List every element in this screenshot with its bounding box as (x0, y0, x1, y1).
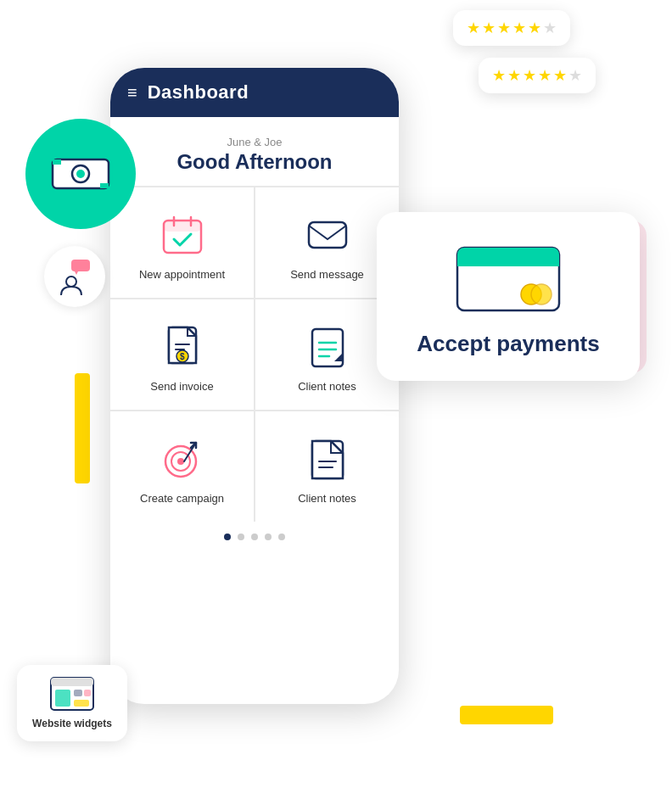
star-5: ★ (528, 19, 541, 37)
svg-point-24 (177, 458, 184, 465)
dot-2 (238, 534, 244, 540)
svg-point-7 (66, 277, 76, 287)
page-dots (110, 522, 399, 552)
star-b5: ★ (553, 66, 567, 85)
greeting-sub: June & Joe (110, 136, 399, 148)
payments-card: Accept payments (377, 212, 640, 381)
svg-rect-31 (457, 260, 559, 266)
dot-4 (265, 534, 272, 540)
action-grid: New appointment Send message (110, 186, 399, 522)
create-campaign-label: Create campaign (140, 492, 224, 505)
stars-row-2: ★ ★ ★ ★ ★ ★ (492, 66, 582, 85)
svg-rect-9 (164, 221, 201, 232)
client-notes-2-cell[interactable]: Client notes (255, 411, 399, 522)
message-icon (304, 212, 351, 260)
payments-title: Accept payments (417, 331, 599, 357)
greeting-main: Good Afternoon (110, 150, 399, 174)
svg-rect-4 (100, 183, 109, 188)
stars-row-1: ★ ★ ★ ★ ★ ★ (467, 19, 557, 37)
svg-rect-35 (51, 678, 93, 686)
widgets-badge[interactable]: Website widgets (17, 665, 127, 741)
money-icon (51, 153, 110, 195)
send-invoice-label: Send invoice (150, 380, 213, 393)
bg-yellow-strip (460, 706, 553, 724)
svg-rect-37 (74, 690, 82, 696)
widgets-icon (50, 677, 94, 711)
star-4: ★ (512, 19, 526, 37)
calendar-check-icon (159, 212, 206, 260)
star-b3: ★ (523, 66, 536, 85)
client-notes-2-label: Client notes (298, 492, 356, 505)
menu-icon: ≡ (127, 83, 137, 103)
dot-1 (224, 534, 231, 540)
svg-rect-36 (55, 690, 70, 707)
star-1: ★ (467, 19, 480, 37)
rating-bubble-2: ★ ★ ★ ★ ★ ★ (479, 58, 596, 93)
svg-rect-39 (84, 690, 91, 696)
payment-card-illustration (453, 239, 563, 316)
star-3: ★ (497, 19, 511, 37)
person-icon (56, 258, 93, 295)
document-icon (304, 436, 351, 483)
target-icon (159, 436, 206, 483)
bg-yellow-bar (75, 373, 90, 483)
phone-body: June & Joe Good Afternoon New appointmen… (110, 117, 399, 552)
send-message-label: Send message (290, 268, 364, 281)
svg-rect-38 (74, 700, 89, 707)
new-appointment-cell[interactable]: New appointment (110, 187, 254, 298)
dot-3 (251, 534, 258, 540)
green-circle-badge (25, 119, 136, 229)
star-b2: ★ (507, 66, 521, 85)
widgets-label: Website widgets (32, 718, 112, 729)
svg-point-33 (531, 284, 552, 305)
invoice-icon: $ (159, 324, 206, 372)
dashboard-title: Dashboard (148, 81, 249, 103)
svg-marker-6 (75, 271, 78, 275)
star-b1: ★ (492, 66, 506, 85)
phone-header: ≡ Dashboard (110, 68, 399, 117)
svg-point-2 (76, 170, 85, 178)
svg-rect-3 (53, 159, 61, 165)
star-b6: ★ (568, 66, 582, 85)
new-appointment-label: New appointment (139, 268, 225, 281)
svg-rect-12 (309, 222, 346, 248)
phone-mockup: ≡ Dashboard June & Joe Good Afternoon Ne… (110, 68, 399, 704)
svg-text:$: $ (180, 352, 185, 361)
person-badge (44, 246, 105, 307)
svg-rect-5 (71, 260, 90, 271)
dot-5 (278, 534, 285, 540)
notes-icon (304, 324, 351, 372)
star-b4: ★ (538, 66, 552, 85)
star-6: ★ (543, 19, 557, 37)
star-2: ★ (482, 19, 496, 37)
rating-bubble-1: ★ ★ ★ ★ ★ ★ (453, 10, 570, 46)
client-notes-label: Client notes (298, 380, 356, 393)
greeting-section: June & Joe Good Afternoon (110, 117, 399, 186)
send-invoice-cell[interactable]: $ Send invoice (110, 299, 254, 410)
create-campaign-cell[interactable]: Create campaign (110, 411, 254, 522)
